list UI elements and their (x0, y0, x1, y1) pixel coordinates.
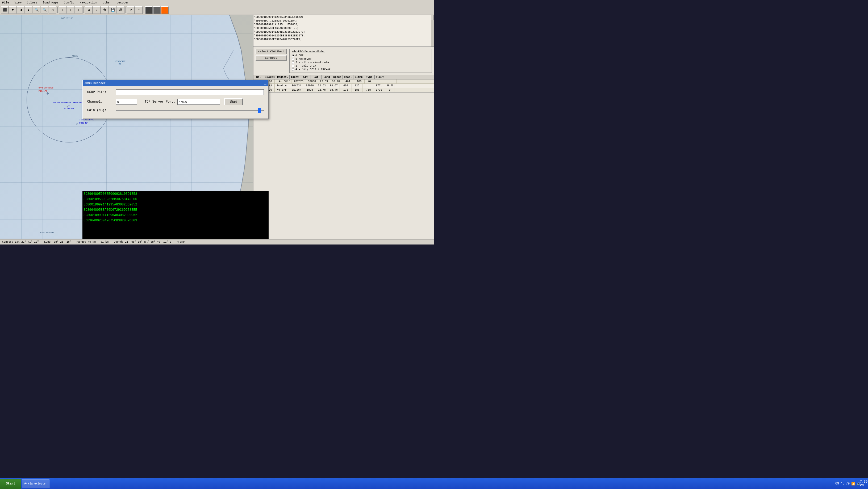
decoder-radio-4-btn[interactable] (292, 68, 294, 71)
th-nr: Nr. (253, 75, 264, 79)
th-head: Head. (343, 75, 353, 79)
com-port-button[interactable]: select COM Port (255, 49, 287, 54)
status-range: Range: 45 NM = 81 km (76, 240, 108, 243)
toolbar-btn-print[interactable]: 🖶 (117, 6, 124, 14)
toolbar-btn-save[interactable]: 💾 (109, 6, 117, 14)
decoder-radio-1[interactable]: 1 reserved (292, 58, 430, 61)
th-ident: Ident (289, 75, 300, 79)
menu-config[interactable]: Config (63, 1, 75, 4)
terminal-line-5: 8D8001D999141295A83082DD2052 (83, 213, 269, 218)
toolbar-btn-aircraft2[interactable]: ✈ (67, 6, 74, 14)
toolbar-btn-edit[interactable]: ✏ (93, 6, 100, 14)
usrp-path-input[interactable] (116, 89, 264, 95)
gain-slider-track[interactable] (116, 110, 264, 111)
toolbar-btn-center[interactable]: ◎ (49, 6, 56, 14)
table-row[interactable]: 0 8001D9 VT-SPF SEJ264 1825 22.75 88.46 … (253, 88, 434, 92)
terminal-panel: 8D896400E908BE000938103D1B58 8D8001D9580… (83, 191, 269, 239)
toolbar-sep1 (57, 7, 58, 13)
menu-colors[interactable]: Colors (26, 1, 38, 4)
td-type-2: B738 (373, 88, 385, 92)
toolbar-btn-redo[interactable]: ↪ (135, 6, 143, 14)
td-tout-1: 38 M (385, 84, 394, 88)
toolbar-sep3 (126, 7, 126, 13)
menu-other[interactable]: other (101, 1, 112, 4)
menu-decoder[interactable]: decoder (116, 1, 130, 4)
menu-file[interactable]: File (1, 1, 10, 4)
usrp-path-label: USRP Path: (87, 90, 114, 94)
menu-view[interactable]: View (13, 1, 22, 4)
map-coord-top: 88° 26' 15" (61, 17, 73, 20)
th-tout: T-out (375, 75, 385, 79)
toolbar-btn-left[interactable]: ◀ (17, 6, 25, 14)
toolbar-btn-c3[interactable] (161, 6, 168, 14)
td-speed-2: 173 (340, 88, 352, 92)
td-ident-1: BOX534 (289, 84, 304, 88)
gain-slider-container (116, 110, 264, 111)
toolbar-btn-delete[interactable]: 🗑 (101, 6, 108, 14)
td-lat-2: 22.75 (316, 88, 328, 92)
toolbar-btn-undo[interactable]: ↩ (127, 6, 134, 14)
toolbar-btn-select[interactable]: ⬛ (1, 6, 8, 14)
td-ident-0: ABY523 (291, 79, 306, 84)
data-feed-scrollbar-thumb[interactable] (431, 15, 434, 20)
td-climb-0: 64 (365, 79, 375, 84)
decoder-radio-2-btn[interactable] (292, 61, 294, 64)
toolbar-btn-aircraft1[interactable]: ✈ (59, 6, 66, 14)
toolbar-btn-right[interactable]: ▶ (25, 6, 32, 14)
toolbar-btn-down[interactable]: ▼ (9, 6, 17, 14)
toolbar-btn-zoomin[interactable]: 🔍 (33, 6, 40, 14)
terminal-line-4: 8D89640058BF06D6729C6D278EEE (83, 207, 269, 213)
channel-label: Channel: (87, 100, 114, 104)
aircraft-vtspf-label2: F18: 172 (38, 90, 47, 92)
data-feed: *8D8001D999141295A8343B2E51652; *8DB001D… (253, 15, 434, 47)
td-head-1: 125 (352, 84, 363, 88)
decoder-radio-1-btn[interactable] (292, 58, 294, 61)
th-lat: Lat (311, 75, 321, 79)
tcp-port-input[interactable] (177, 99, 220, 105)
connect-button[interactable]: Connect (255, 55, 287, 61)
flight-table: Nr. ICAO24 Regist. Ident Alt Lat Long Sp… (253, 75, 434, 93)
td-tout-0 (387, 79, 397, 84)
gain-slider-thumb[interactable] (258, 108, 261, 113)
dialog-close-button[interactable]: _ (264, 81, 267, 85)
toolbar-btn-aircraft3[interactable]: ✈ (75, 6, 83, 14)
menu-navigation[interactable]: Navigation (79, 1, 98, 4)
map-label-ew: E-W: 102 NM (40, 231, 54, 234)
aircraft-vtspf-label1: 0 VT-SPF B738 (38, 87, 54, 89)
map-label-50km: 50km (72, 55, 78, 57)
td-alt-2: 1825 (304, 88, 316, 92)
decoder-radio-1-label: 1 reserved (296, 58, 311, 61)
table-row[interactable]: 1 3C4581 D-AALA BOX534 35000 22.53 88.67… (253, 84, 434, 88)
channel-port-row: Channel: TCP Server Port: Start (87, 98, 264, 105)
decoder-radio-3[interactable]: 3 - only DF17 (292, 65, 430, 67)
decoder-radio-3-label: 3 - only DF17 (296, 65, 316, 67)
decoder-radio-0[interactable]: 0 OFF (292, 54, 430, 57)
toolbar-btn-zoomout[interactable]: 🔍 (41, 6, 49, 14)
decoder-radio-3-btn[interactable] (292, 65, 294, 67)
dialog-title: ADSB Decoder (85, 82, 105, 85)
th-climb: Climb (353, 75, 364, 79)
decoder-radio-4-label: 4 - only DF17 + CRC-ok (296, 68, 331, 71)
data-feed-scroll[interactable]: *8D8001D999141295A8343B2E51652; *8DB001D… (254, 15, 433, 46)
toolbar-btn-c1[interactable] (145, 6, 153, 14)
data-line-6: *8D8001D999141295B8383882EB3078; (254, 34, 433, 38)
decoder-radio-0-btn[interactable] (292, 55, 294, 57)
decoder-radio-2[interactable]: 2 - all received data (292, 61, 430, 64)
terminal-line-1: 8D896400E908BE000938103D1B58 (83, 191, 269, 197)
th-alt: Alt (300, 75, 311, 79)
start-button[interactable]: Start (224, 98, 243, 105)
gain-row: Gain (dB): (87, 108, 264, 112)
aircraft-netaji-label2: 20 (67, 104, 70, 106)
decoder-radio-4[interactable]: 4 - only DF17 + CRC-ok (292, 68, 430, 71)
terminal-line-3: 8D8001D999141295A83082DD2052 (83, 202, 269, 207)
table-row[interactable]: 4 896400 U.A. Emir ABY523 37000 22.63 88… (253, 79, 434, 84)
td-speed-1: 494 (340, 84, 352, 88)
data-feed-scrollbar[interactable] (431, 15, 434, 46)
data-line-5: *8D8001D999141295B8383882EB3078; (254, 30, 433, 34)
map-label-jessore: JESSORE20 (114, 60, 126, 65)
toolbar-btn-grid[interactable]: ⊞ (85, 6, 93, 14)
td-head-2: 186 (352, 88, 363, 92)
toolbar-btn-c2[interactable] (153, 6, 161, 14)
menu-loadmaps[interactable]: load Maps (41, 1, 59, 4)
channel-input[interactable] (116, 99, 137, 105)
